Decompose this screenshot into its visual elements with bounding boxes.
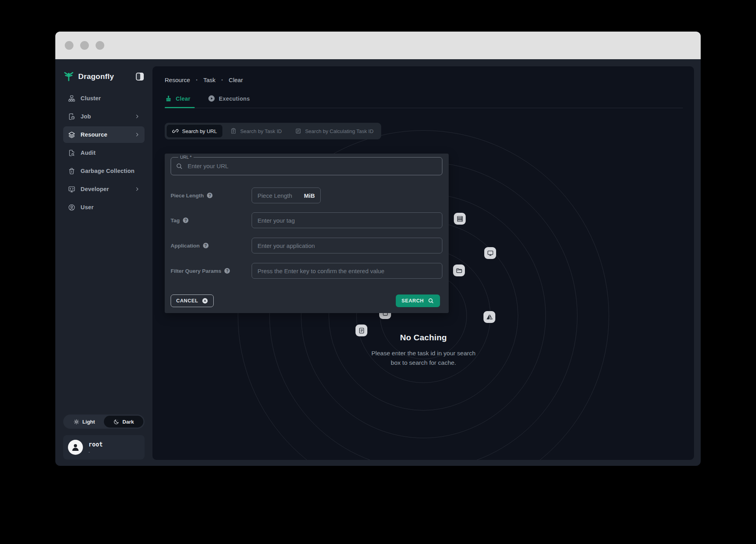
- tag-input[interactable]: [258, 217, 436, 224]
- piece-length-input[interactable]: [258, 192, 302, 199]
- sidebar-item-resource[interactable]: Resource: [63, 126, 145, 143]
- developer-icon: [68, 186, 75, 193]
- chevron-right-icon: [134, 114, 140, 119]
- sidebar: Dragonfly Cluster: [55, 59, 152, 466]
- help-icon[interactable]: ?: [203, 243, 209, 248]
- breadcrumb-resource[interactable]: Resource: [165, 77, 190, 83]
- sidebar-collapse-icon[interactable]: [136, 73, 144, 81]
- brand-name: Dragonfly: [78, 72, 114, 81]
- search-by-url-tab[interactable]: Search by URL: [167, 125, 222, 137]
- audit-icon: [68, 149, 75, 157]
- piece-length-unit: MiB: [304, 192, 315, 199]
- tag-field: [252, 212, 442, 228]
- help-icon[interactable]: ?: [207, 193, 213, 198]
- application-input[interactable]: [258, 242, 436, 249]
- clear-cache-form: URL * Piece Length ?: [165, 154, 449, 313]
- breadcrumb-separator: •: [196, 78, 197, 82]
- empty-state-description-line2: box to search for cache.: [344, 358, 502, 368]
- link-icon: [172, 128, 179, 134]
- breadcrumb-clear[interactable]: Clear: [229, 77, 243, 83]
- search-icon: [428, 298, 434, 304]
- help-icon[interactable]: ?: [183, 218, 188, 223]
- user-card[interactable]: root -: [63, 435, 145, 460]
- search-by-calculating-task-id-tab[interactable]: Search by Calculating Task ID: [290, 125, 379, 137]
- application-label-row: Application ?: [171, 243, 252, 249]
- search-icon: [176, 163, 183, 170]
- url-field: URL *: [171, 155, 442, 175]
- traffic-light-zoom[interactable]: [96, 41, 104, 50]
- sidebar-nav: Cluster Job: [63, 90, 145, 216]
- tag-label-row: Tag ?: [171, 218, 252, 223]
- theme-toggle: Light Dark: [63, 415, 145, 429]
- clipboard-icon: [230, 128, 237, 134]
- chevron-right-icon: [134, 186, 140, 192]
- breadcrumb-separator: •: [222, 78, 223, 82]
- application-field: [252, 238, 442, 253]
- app-window: Dragonfly Cluster: [55, 32, 701, 466]
- traffic-light-minimize[interactable]: [80, 41, 89, 50]
- sun-icon: [73, 419, 79, 425]
- job-icon: [68, 113, 75, 120]
- moon-icon: [113, 419, 119, 425]
- search-mode-switcher: Search by URL Search by Task ID: [165, 123, 381, 139]
- empty-state: No Caching Please enter the task id in y…: [344, 333, 502, 368]
- tabs: Clear Executions: [165, 95, 683, 108]
- calculate-icon: [295, 128, 301, 134]
- breadcrumb-task[interactable]: Task: [203, 77, 216, 83]
- sidebar-item-user[interactable]: User: [63, 199, 145, 216]
- avatar: [68, 440, 83, 455]
- piece-length-field: MiB: [252, 188, 321, 203]
- filter-query-params-input[interactable]: [258, 268, 436, 274]
- sidebar-item-audit[interactable]: Audit: [63, 144, 145, 161]
- brand: Dragonfly: [63, 69, 145, 84]
- dragonfly-logo-icon: [63, 71, 74, 82]
- window-titlebar: [55, 32, 701, 59]
- main-content-panel: No Caching Please enter the task id in y…: [152, 66, 694, 460]
- filter-query-params-label-row: Filter Query Params ?: [171, 268, 252, 274]
- empty-state-description-line1: Please enter the task id in your search: [344, 349, 502, 358]
- cancel-button[interactable]: CANCEL: [171, 295, 214, 307]
- play-circle-icon: [208, 95, 215, 102]
- tab-executions[interactable]: Executions: [208, 95, 250, 102]
- search-button[interactable]: SEARCH: [396, 295, 440, 307]
- active-tab-underline: [165, 107, 195, 108]
- sidebar-item-job[interactable]: Job: [63, 108, 145, 125]
- chevron-right-icon: [134, 132, 140, 137]
- sidebar-item-garbage-collection[interactable]: Garbage Collection: [63, 163, 145, 179]
- piece-length-label-row: Piece Length ?: [171, 193, 252, 199]
- sidebar-item-developer[interactable]: Developer: [63, 181, 145, 197]
- search-by-task-id-tab[interactable]: Search by Task ID: [225, 125, 287, 137]
- user-name: root: [88, 441, 103, 448]
- sidebar-item-cluster[interactable]: Cluster: [63, 90, 145, 107]
- url-input[interactable]: [188, 163, 437, 169]
- resource-icon: [68, 131, 75, 139]
- user-sub: -: [88, 449, 103, 454]
- cluster-icon: [68, 95, 75, 102]
- tab-clear[interactable]: Clear: [165, 95, 190, 102]
- user-icon: [68, 204, 75, 211]
- theme-light-button[interactable]: Light: [64, 416, 104, 428]
- brush-icon: [165, 95, 172, 102]
- filter-query-params-field: [252, 263, 442, 279]
- x-circle-icon: [202, 298, 208, 304]
- empty-state-title: No Caching: [344, 333, 502, 342]
- traffic-light-close[interactable]: [65, 41, 73, 50]
- theme-dark-button[interactable]: Dark: [104, 416, 143, 428]
- breadcrumb: Resource • Task • Clear: [165, 76, 683, 84]
- url-label: URL *: [178, 155, 194, 159]
- help-icon[interactable]: ?: [224, 268, 230, 274]
- garbage-collection-icon: [68, 167, 75, 175]
